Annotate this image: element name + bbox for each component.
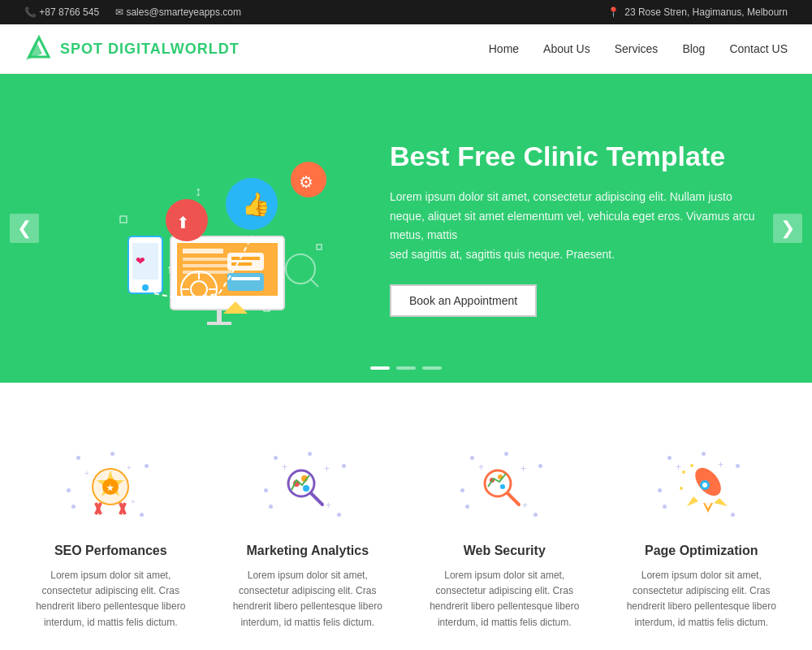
main-nav: Home About Us Services Blog Contact US [489, 42, 788, 55]
optimization-title: Page Optimization [624, 544, 780, 558]
svg-rect-14 [231, 277, 260, 280]
svg-rect-13 [227, 273, 264, 291]
svg-text:❤: ❤ [136, 254, 145, 267]
security-title: Web Security [426, 544, 583, 558]
svg-rect-11 [231, 257, 260, 260]
slider-dot-2[interactable] [396, 366, 416, 370]
address-text: 23 Rose Stren, Hagimanus, Melbourn [624, 6, 788, 18]
marketing-desc: Lorem ipsum dolor sit amet, consectetur … [230, 568, 387, 630]
logo-area: Spot Digitalworldt [24, 34, 240, 63]
top-bar: 📞 +87 8766 545 ✉ sales@smarteyeapps.com … [0, 0, 812, 24]
svg-rect-9 [207, 322, 231, 325]
email-icon: ✉ [115, 6, 123, 18]
optimization-desc: Lorem ipsum dolor sit amet, consectetur … [624, 568, 780, 630]
location-icon: 📍 [607, 6, 620, 18]
svg-rect-30 [120, 216, 127, 223]
seo-icon-wrap: ★ + + + [62, 448, 159, 529]
marketing-title: Marketing Analytics [230, 544, 387, 558]
svg-text:⬆: ⬆ [176, 214, 190, 232]
nav-blog[interactable]: Blog [682, 42, 705, 55]
hero-content: Best Free Clinic Template Lorem ipsum do… [390, 140, 763, 317]
svg-text:↕: ↕ [195, 184, 201, 198]
slider-dot-3[interactable] [422, 366, 442, 370]
nav-services[interactable]: Services [615, 42, 659, 55]
services-section: ★ + + + SEO Perfomances Lorem ipsum dolo… [0, 383, 812, 650]
hero-description: Lorem ipsum dolor sit amet, consectetur … [390, 188, 763, 265]
hero-illustration: 👍 ⚙ ⬆ ❤ ↕ ↑ [49, 123, 357, 334]
logo-icon [24, 34, 54, 63]
slider-next-button[interactable]: ❯ [773, 214, 802, 243]
service-card-seo: ★ + + + SEO Perfomances Lorem ipsum dolo… [24, 431, 197, 647]
marketing-icon-wrap: + + + [259, 448, 356, 529]
service-card-optimization: + + Page Optimization Lorem ipsum dolor … [615, 431, 788, 647]
logo-text: Spot Digitalworldt [60, 41, 240, 58]
security-icon-wrap: + + + [456, 448, 553, 529]
dots-decor-seo [62, 448, 159, 529]
dots-decor-marketing [259, 448, 356, 529]
svg-rect-31 [317, 245, 322, 249]
svg-point-28 [286, 254, 315, 284]
hero-section: ❮ [0, 74, 812, 383]
slider-prev-button[interactable]: ❮ [10, 214, 39, 243]
svg-line-29 [311, 280, 318, 287]
hero-inner: 👍 ⚙ ⬆ ❤ ↕ ↑ [0, 90, 812, 366]
services-grid: ★ + + + SEO Perfomances Lorem ipsum dolo… [24, 431, 788, 647]
email-address: sales@smarteyeapps.com [126, 6, 241, 18]
service-card-marketing: + + + Marketing Analytics Lorem ipsum do… [222, 431, 395, 647]
security-desc: Lorem ipsum dolor sit amet, consectetur … [426, 568, 583, 630]
book-appointment-button[interactable]: Book an Appointment [390, 284, 537, 317]
service-card-security: + + + Web Security Lorem ipsum dolor sit… [418, 431, 591, 647]
slider-dots [370, 366, 442, 370]
svg-text:↑: ↑ [166, 262, 172, 275]
top-bar-right: 📍 23 Rose Stren, Hagimanus, Melbourn [607, 6, 788, 18]
slider-dot-1[interactable] [370, 366, 390, 370]
email-info: ✉ sales@smarteyeapps.com [115, 6, 241, 18]
nav-home[interactable]: Home [489, 42, 519, 55]
svg-rect-10 [227, 253, 264, 271]
hero-title: Best Free Clinic Template [390, 140, 763, 173]
phone-icon: 📞 [24, 6, 37, 18]
nav-about[interactable]: About Us [543, 42, 590, 55]
svg-rect-4 [183, 249, 223, 254]
nav-contact[interactable]: Contact US [729, 42, 788, 55]
seo-desc: Lorem ipsum dolor sit amet, consectetur … [32, 568, 189, 630]
optimization-icon-wrap: + + [653, 448, 750, 529]
top-bar-left: 📞 +87 8766 545 ✉ sales@smarteyeapps.com [24, 6, 241, 18]
svg-text:👍: 👍 [242, 191, 270, 218]
hero-svg: 👍 ⚙ ⬆ ❤ ↕ ↑ [57, 131, 349, 326]
svg-text:⚙: ⚙ [299, 173, 313, 191]
svg-rect-12 [231, 262, 252, 266]
dots-decor-optimization [653, 448, 750, 529]
svg-rect-8 [217, 310, 222, 323]
header: Spot Digitalworldt Home About Us Service… [0, 24, 812, 74]
phone-number: +87 8766 545 [39, 6, 99, 18]
phone-info: 📞 +87 8766 545 [24, 6, 99, 18]
dots-decor-security [456, 448, 553, 529]
seo-title: SEO Perfomances [32, 544, 189, 558]
svg-point-24 [142, 284, 149, 291]
